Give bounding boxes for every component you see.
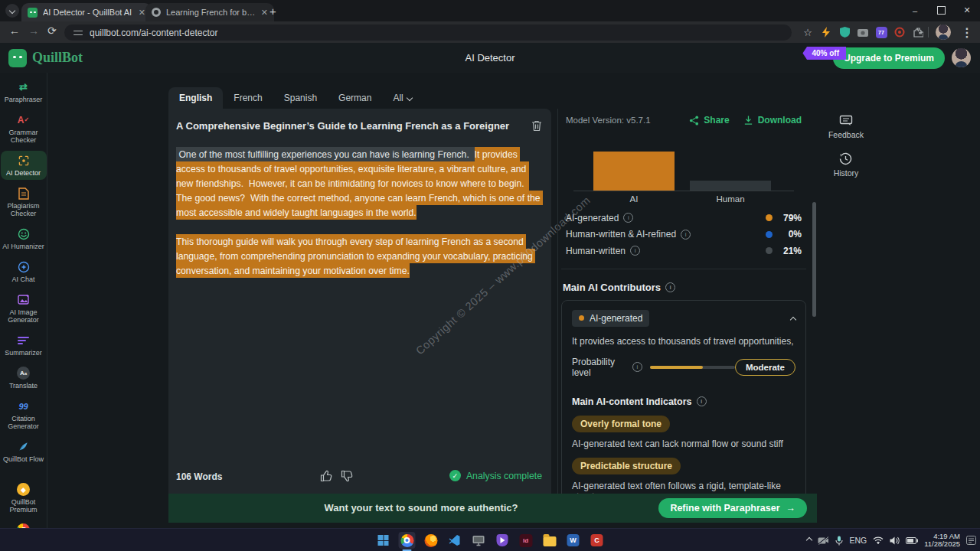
tab-spanish[interactable]: Spanish	[273, 87, 328, 109]
tab-german[interactable]: German	[328, 87, 382, 109]
legend-label: Human-written & AI-refined	[566, 229, 676, 240]
sidebar-item-paraphraser[interactable]: ⇄ Paraphraser	[1, 77, 47, 106]
indicator-badge: Overly formal tone	[572, 416, 670, 432]
sidebar-item-citation-generator[interactable]: 99 Citation Generator	[1, 396, 47, 433]
window-minimize-button[interactable]: –	[902, 0, 928, 21]
word-count: 106 Words	[176, 471, 222, 482]
taskbar-indesign[interactable]: Id	[518, 532, 534, 549]
extension-bolt-icon[interactable]	[819, 25, 833, 39]
window-close-button[interactable]: ✕	[954, 0, 980, 21]
chart-baseline	[573, 191, 794, 191]
user-avatar[interactable]	[952, 48, 971, 67]
forward-icon[interactable]: →	[28, 24, 39, 37]
sidebar-item-ai-detector[interactable]: AI Detector	[1, 151, 47, 180]
taskbar-camtasia[interactable]: C	[589, 532, 606, 549]
sidebar-item-plagiarism-checker[interactable]: Plagiarism Checker	[1, 184, 47, 220]
taskbar-vscode[interactable]	[446, 532, 463, 549]
site-settings-icon[interactable]	[74, 29, 83, 37]
cta-question: Want your text to sound more authentic?	[168, 494, 674, 523]
new-tab-button[interactable]: +	[270, 5, 276, 18]
window-maximize-button[interactable]	[928, 0, 954, 21]
sidebar-item-ai-humanizer[interactable]: AI Humanizer	[1, 224, 47, 253]
paragraph-2[interactable]: This thorough guide will walk you throug…	[168, 234, 551, 278]
extension-purple-icon[interactable]: 77	[874, 25, 888, 39]
browser-tab-inactive[interactable]: Learning French for beginners ✕	[145, 3, 274, 21]
battery-icon[interactable]	[906, 537, 918, 544]
thumbs-down-button[interactable]	[341, 470, 354, 482]
clock[interactable]: 4:19 AM 11/28/2025	[924, 533, 960, 549]
upgrade-premium-button[interactable]: Upgrade to Premium	[833, 47, 945, 69]
sidebar-item-grammar-checker[interactable]: A✓ Grammar Checker	[1, 110, 47, 147]
tab-close-icon[interactable]: ✕	[139, 8, 145, 18]
taskbar-file-explorer[interactable]	[541, 532, 558, 549]
legend-label: AI-generated	[566, 213, 619, 223]
feedback-button[interactable]: Feedback	[828, 115, 864, 139]
document-title[interactable]: A Comprehensive Beginner’s Guide to Lear…	[176, 120, 531, 132]
tray-expand-icon[interactable]	[806, 537, 812, 543]
tab-english[interactable]: English	[168, 87, 223, 109]
tab-all[interactable]: All	[382, 87, 422, 109]
taskbar-chrome[interactable]	[399, 532, 416, 549]
microphone-icon[interactable]	[835, 536, 843, 546]
reload-icon[interactable]: ⟳	[47, 24, 57, 37]
tab-french[interactable]: French	[223, 87, 273, 109]
language-indicator[interactable]: ENG	[849, 536, 867, 545]
monitor-icon	[472, 535, 485, 546]
ai-generated-chip[interactable]: AI-generated	[572, 310, 649, 327]
info-icon[interactable]: i	[681, 230, 691, 240]
firefox-icon	[424, 534, 437, 547]
sidebar-item-translate[interactable]: Aa Translate	[1, 364, 47, 393]
extension-shield-icon[interactable]	[838, 25, 851, 39]
url-bar[interactable]: quillbot.com/ai-content-detector	[64, 24, 792, 41]
info-icon[interactable]: i	[632, 362, 642, 372]
info-icon[interactable]: i	[623, 213, 633, 223]
sidebar-item-summarizer[interactable]: Summarizer	[1, 331, 47, 360]
side-rail: Feedback History	[824, 115, 868, 178]
bookmark-star-icon[interactable]: ☆	[801, 25, 815, 39]
sidebar-item-quillbot-flow[interactable]: QuillBot Flow	[1, 437, 47, 466]
indicator-badge: Predictable structure	[572, 458, 681, 474]
taskbar-remote-desktop[interactable]	[470, 532, 487, 549]
extensions-puzzle-icon[interactable]	[911, 25, 925, 39]
info-icon[interactable]: i	[630, 246, 640, 256]
info-icon[interactable]: i	[697, 396, 707, 406]
tab-search-button[interactable]	[5, 4, 19, 18]
paraphraser-icon: ⇄	[19, 80, 28, 93]
arrow-right-icon: →	[786, 503, 796, 514]
history-button[interactable]: History	[834, 152, 859, 178]
browser-profile-avatar[interactable]	[936, 24, 951, 40]
extension-camera-icon[interactable]	[856, 25, 870, 39]
notifications-icon[interactable]	[966, 536, 976, 545]
taskbar-media-player[interactable]	[494, 532, 511, 549]
refine-with-paraphraser-button[interactable]: Refine with Paraphraser→	[658, 498, 807, 518]
back-icon[interactable]: ←	[9, 24, 20, 37]
thumbs-up-button[interactable]	[320, 470, 333, 482]
sidebar-item-ai-chat[interactable]: AI Chat	[1, 257, 47, 286]
sidebar-item-ai-image-generator[interactable]: AI Image Generator	[1, 290, 47, 327]
cta-bar: Want your text to sound more authentic? …	[168, 494, 817, 523]
quillbot-wordmark[interactable]: QuillBot	[32, 50, 83, 66]
start-button[interactable]	[375, 532, 392, 549]
speaker-icon[interactable]	[890, 536, 900, 545]
record-icon[interactable]	[893, 25, 906, 39]
scrollbar-thumb[interactable]	[812, 202, 816, 317]
quillbot-logo-icon[interactable]	[8, 49, 27, 67]
share-button[interactable]: Share	[689, 115, 729, 126]
taskbar-word[interactable]: W	[565, 532, 582, 549]
paragraph-1[interactable]: One of the most fulfilling experiences y…	[168, 147, 551, 220]
download-button[interactable]: Download	[743, 115, 802, 126]
info-icon[interactable]: i	[665, 282, 675, 292]
collapse-chevron-icon[interactable]	[791, 311, 795, 325]
wifi-icon[interactable]	[873, 536, 884, 544]
camtasia-icon: C	[591, 534, 603, 546]
browser-menu-icon[interactable]: ⋮	[960, 25, 974, 39]
camera-off-icon[interactable]	[818, 536, 829, 545]
download-icon	[743, 115, 753, 126]
ai-human-bar-chart: AI Human	[561, 130, 806, 202]
browser-tab-active[interactable]: AI Detector - QuillBot AI ✕	[21, 3, 152, 21]
delete-document-icon[interactable]	[531, 120, 542, 132]
taskbar-firefox[interactable]	[423, 532, 439, 549]
sidebar-item-quillbot-premium[interactable]: ◆ QuillBot Premium	[1, 480, 47, 517]
tab-close-icon[interactable]: ✕	[261, 8, 268, 18]
tools-sidebar: ⇄ Paraphraser A✓ Grammar Checker AI Dete…	[0, 73, 47, 528]
